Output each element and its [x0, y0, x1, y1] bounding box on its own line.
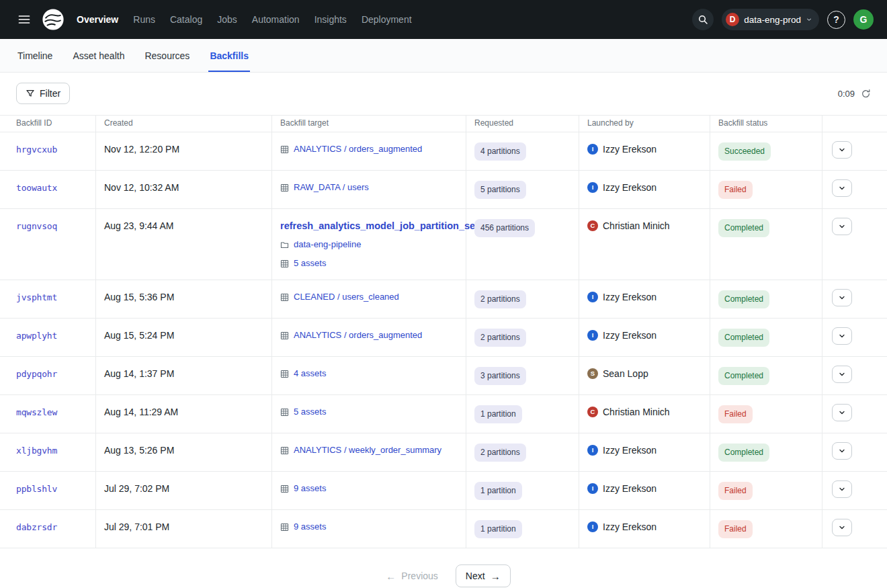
backfill-id-cell: mqwszlew	[0, 395, 96, 433]
previous-page-button[interactable]: ← Previous	[376, 564, 447, 587]
target-link[interactable]: data-eng-pipeline	[294, 238, 361, 251]
status-cell: Completed	[710, 209, 822, 280]
target-link[interactable]: ANALYTICS / weekly_order_summary	[294, 444, 441, 457]
status-badge: Failed	[718, 405, 753, 423]
target-link[interactable]: 9 assets	[294, 520, 326, 534]
refresh-icon[interactable]	[861, 89, 871, 99]
backfill-target-cell: ANALYTICS / orders_augmented	[272, 132, 466, 170]
launcher-avatar: I	[587, 182, 598, 193]
nav-item-overview[interactable]: Overview	[77, 14, 118, 25]
tab-asset-health[interactable]: Asset health	[71, 39, 126, 72]
launcher-name: Izzy Erekson	[603, 482, 657, 495]
backfill-id-link[interactable]: toowautx	[16, 183, 57, 193]
nav-item-insights[interactable]: Insights	[314, 14, 347, 25]
target-line: 9 assets	[280, 482, 458, 495]
tab-timeline[interactable]: Timeline	[16, 39, 54, 72]
backfill-id-link[interactable]: pdypqohr	[16, 369, 57, 379]
nav-item-jobs[interactable]: Jobs	[217, 14, 237, 25]
backfill-id-cell: rugnvsoq	[0, 209, 96, 280]
backfill-target-cell: RAW_DATA / users	[272, 171, 466, 208]
backfill-id-link[interactable]: rugnvsoq	[16, 221, 57, 231]
nav-item-runs[interactable]: Runs	[133, 14, 155, 25]
launcher-avatar: I	[587, 445, 598, 456]
target-line: ANALYTICS / orders_augmented	[280, 329, 458, 342]
backfill-id-link[interactable]: hrgvcxub	[16, 144, 57, 155]
dagster-logo-icon[interactable]	[42, 8, 65, 31]
search-icon[interactable]	[692, 9, 714, 30]
target-link[interactable]: refresh_analytics_model_job_partition_se…	[280, 219, 478, 233]
backfill-id-cell: dabzrsdr	[0, 510, 96, 548]
user-avatar[interactable]: G	[853, 9, 874, 30]
target-line: 4 assets	[280, 367, 458, 380]
target-link[interactable]: ANALYTICS / orders_augmented	[294, 329, 422, 342]
backfill-id-link[interactable]: dabzrsdr	[16, 522, 57, 532]
menu-icon[interactable]	[13, 9, 35, 30]
backfill-target-cell: 9 assets	[272, 510, 466, 548]
target-link[interactable]: 5 assets	[294, 405, 326, 419]
created-cell: Aug 14, 11:29 AM	[96, 395, 272, 433]
row-menu-button[interactable]	[832, 289, 852, 306]
requested-cell: 1 partition	[466, 472, 579, 509]
row-menu-button[interactable]	[832, 480, 852, 498]
actions-cell	[822, 395, 887, 433]
target-line: ANALYTICS / weekly_order_summary	[280, 444, 458, 457]
target-link[interactable]: ANALYTICS / orders_augmented	[294, 142, 422, 156]
launched-by-cell: IIzzy Erekson	[579, 132, 710, 170]
target-link[interactable]: 5 assets	[294, 257, 326, 270]
backfill-id-link[interactable]: apwplyht	[16, 331, 57, 341]
launcher-name: Izzy Erekson	[603, 329, 657, 342]
toolbar: Filter 0:09	[0, 73, 887, 115]
row-menu-button[interactable]	[832, 442, 852, 460]
row-menu-button[interactable]	[832, 366, 852, 383]
row-menu-button[interactable]	[832, 179, 852, 197]
next-page-button[interactable]: Next →	[456, 564, 511, 587]
target-link[interactable]: RAW_DATA / users	[294, 181, 369, 194]
created-cell: Aug 13, 5:26 PM	[96, 433, 272, 471]
launched-by-cell: IIzzy Erekson	[579, 472, 710, 509]
launcher-name: Izzy Erekson	[603, 520, 657, 534]
nav-item-deployment[interactable]: Deployment	[362, 14, 412, 25]
launcher-avatar: S	[587, 368, 598, 379]
status-badge: Failed	[718, 520, 753, 538]
requested-cell: 2 partitions	[466, 433, 579, 471]
target-link[interactable]: 4 assets	[294, 367, 326, 380]
backfill-id-cell: toowautx	[0, 171, 96, 208]
backfill-id-link[interactable]: xljbgvhm	[16, 446, 57, 456]
target-link[interactable]: 9 assets	[294, 482, 326, 495]
partitions-badge: 2 partitions	[474, 329, 526, 347]
launched-by-cell: IIzzy Erekson	[579, 319, 710, 356]
row-menu-button[interactable]	[832, 327, 852, 345]
arrow-right-icon: →	[491, 571, 501, 581]
row-menu-button[interactable]	[832, 218, 852, 235]
actions-cell	[822, 171, 887, 208]
filter-button[interactable]: Filter	[16, 83, 70, 104]
table-row: xljbgvhmAug 13, 5:26 PMANALYTICS / weekl…	[0, 433, 887, 472]
launcher-avatar: C	[587, 407, 598, 417]
nav-item-automation[interactable]: Automation	[252, 14, 300, 25]
backfill-id-link[interactable]: jvsphtmt	[16, 292, 57, 302]
tab-resources[interactable]: Resources	[143, 39, 191, 72]
backfill-id-link[interactable]: mqwszlew	[16, 407, 57, 417]
backfill-id-cell: pdypqohr	[0, 357, 96, 394]
backfill-target-cell: ANALYTICS / orders_augmented	[272, 319, 466, 356]
row-menu-button[interactable]	[832, 519, 852, 536]
launcher-avatar: I	[587, 144, 598, 155]
row-menu-button[interactable]	[832, 141, 852, 159]
table-row: hrgvcxubNov 12, 12:20 PMANALYTICS / orde…	[0, 132, 887, 171]
table-body: hrgvcxubNov 12, 12:20 PMANALYTICS / orde…	[0, 132, 887, 548]
help-icon[interactable]: ?	[827, 11, 845, 29]
tab-backfills[interactable]: Backfills	[208, 39, 250, 72]
table-row: pdypqohrAug 14, 1:37 PM4 assets3 partiti…	[0, 357, 887, 395]
actions-cell	[822, 209, 887, 280]
table-row: rugnvsoqAug 23, 9:44 AMrefresh_analytics…	[0, 209, 887, 280]
deployment-switcher[interactable]: D data-eng-prod	[722, 9, 819, 30]
launcher-name: Izzy Erekson	[603, 181, 657, 194]
filter-label: Filter	[40, 88, 60, 99]
table-header-row: Backfill IDCreatedBackfill targetRequest…	[0, 115, 887, 132]
row-menu-button[interactable]	[832, 404, 852, 421]
target-line: RAW_DATA / users	[280, 181, 458, 194]
nav-item-catalog[interactable]: Catalog	[170, 14, 202, 25]
backfill-id-link[interactable]: ppblshlv	[16, 484, 57, 494]
target-link[interactable]: CLEANED / users_cleaned	[294, 290, 399, 304]
created-cell: Aug 15, 5:24 PM	[96, 319, 272, 356]
